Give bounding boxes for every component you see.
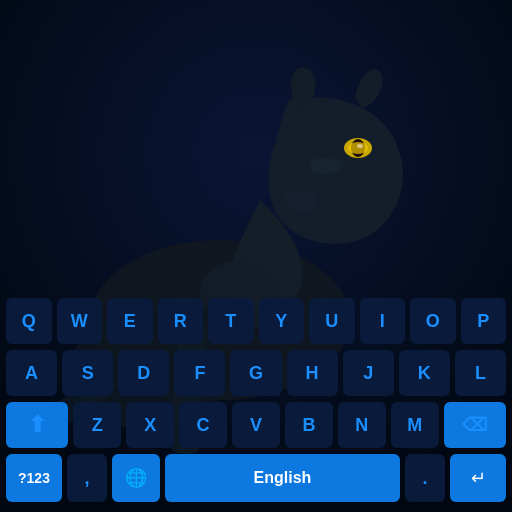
key-k[interactable]: K bbox=[399, 350, 450, 396]
key-c[interactable]: C bbox=[179, 402, 227, 448]
key-n[interactable]: N bbox=[338, 402, 386, 448]
key-y[interactable]: Y bbox=[259, 298, 305, 344]
svg-point-6 bbox=[357, 144, 363, 148]
key-q[interactable]: Q bbox=[6, 298, 52, 344]
keyboard: Q W E R T Y U I O P A S D F G H J K L ⬆ … bbox=[0, 290, 512, 512]
key-m[interactable]: M bbox=[391, 402, 439, 448]
key-p[interactable]: P bbox=[461, 298, 507, 344]
shift-icon: ⬆ bbox=[28, 412, 46, 438]
keyboard-row-3: ⬆ Z X C V B N M ⌫ bbox=[6, 402, 506, 448]
key-i[interactable]: I bbox=[360, 298, 406, 344]
enter-icon: ↵ bbox=[471, 467, 486, 489]
key-x[interactable]: X bbox=[126, 402, 174, 448]
key-t[interactable]: T bbox=[208, 298, 254, 344]
key-u[interactable]: U bbox=[309, 298, 355, 344]
enter-key[interactable]: ↵ bbox=[450, 454, 506, 502]
key-l[interactable]: L bbox=[455, 350, 506, 396]
space-key[interactable]: English bbox=[165, 454, 400, 502]
key-a[interactable]: A bbox=[6, 350, 57, 396]
key-f[interactable]: F bbox=[174, 350, 225, 396]
globe-key[interactable]: 🌐 bbox=[112, 454, 160, 502]
backspace-key[interactable]: ⌫ bbox=[444, 402, 506, 448]
comma-key[interactable]: , bbox=[67, 454, 107, 502]
key-o[interactable]: O bbox=[410, 298, 456, 344]
key-b[interactable]: B bbox=[285, 402, 333, 448]
globe-icon: 🌐 bbox=[125, 467, 147, 489]
key-h[interactable]: H bbox=[287, 350, 338, 396]
key-z[interactable]: Z bbox=[73, 402, 121, 448]
numbers-key[interactable]: ?123 bbox=[6, 454, 62, 502]
key-e[interactable]: E bbox=[107, 298, 153, 344]
key-w[interactable]: W bbox=[57, 298, 103, 344]
key-s[interactable]: S bbox=[62, 350, 113, 396]
backspace-icon: ⌫ bbox=[462, 414, 487, 436]
shift-key[interactable]: ⬆ bbox=[6, 402, 68, 448]
key-r[interactable]: R bbox=[158, 298, 204, 344]
keyboard-row-1: Q W E R T Y U I O P bbox=[6, 298, 506, 344]
key-d[interactable]: D bbox=[118, 350, 169, 396]
key-g[interactable]: G bbox=[230, 350, 281, 396]
key-v[interactable]: V bbox=[232, 402, 280, 448]
svg-point-5 bbox=[348, 142, 368, 154]
key-j[interactable]: J bbox=[343, 350, 394, 396]
period-key[interactable]: . bbox=[405, 454, 445, 502]
keyboard-row-2: A S D F G H J K L bbox=[6, 350, 506, 396]
keyboard-bottom-row: ?123 , 🌐 English . ↵ bbox=[6, 454, 506, 502]
